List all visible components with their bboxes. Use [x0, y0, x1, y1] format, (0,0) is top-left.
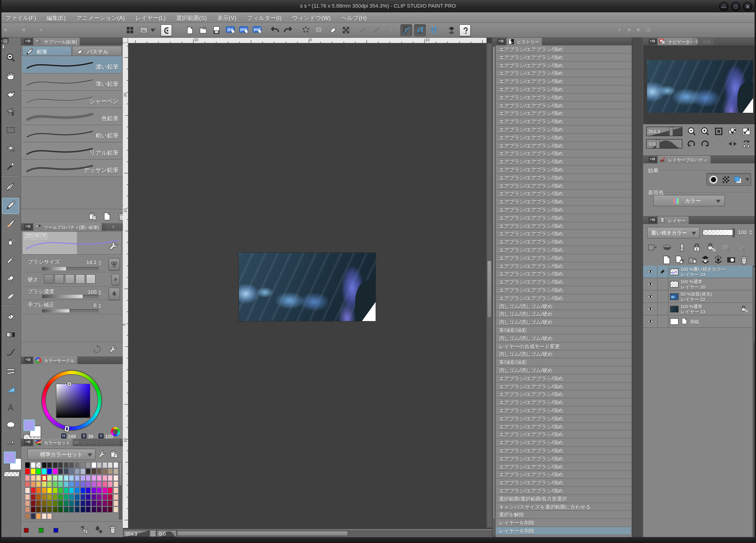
color-swatch[interactable]	[58, 507, 63, 513]
color-swatch[interactable]	[25, 462, 30, 468]
history-entry[interactable]: 消しゴム/消しゴム/硬め	[496, 350, 631, 359]
hardness-option[interactable]	[44, 274, 54, 284]
color-swatch[interactable]	[53, 475, 58, 481]
add-swatch-icon[interactable]	[79, 524, 89, 535]
sv-square[interactable]	[56, 384, 90, 418]
color-swatch[interactable]	[58, 488, 63, 494]
ruler-tool[interactable]	[2, 382, 19, 398]
snap-special-ruler-button[interactable]	[414, 24, 426, 36]
color-swatch[interactable]	[86, 481, 91, 487]
layer-row[interactable]: 50 %加算(発光)レイヤー 22	[643, 290, 753, 303]
ブラシサイズ-value[interactable]: 14.1	[80, 259, 97, 265]
color-swatch[interactable]	[108, 500, 113, 506]
eyedropper-tool[interactable]	[2, 159, 19, 175]
history-entry[interactable]: 消しゴム/消しゴム/硬め	[496, 310, 631, 318]
history-entry[interactable]: エアブラシ/エアブラシ/強め	[496, 70, 631, 78]
export-psd-button[interactable]: psd	[251, 24, 263, 36]
color-swatch[interactable]	[102, 481, 107, 487]
open-canvas-button[interactable]	[197, 24, 209, 36]
color-swatch[interactable]	[113, 462, 119, 468]
color-swatch[interactable]	[69, 468, 74, 475]
color-swatch[interactable]	[41, 494, 47, 500]
airbrush-tool[interactable]	[2, 234, 19, 250]
tab-info[interactable]: 情報	[692, 38, 714, 45]
tab-navigator[interactable]: ナビゲーター	[658, 38, 697, 45]
auto-select-tool[interactable]	[2, 141, 19, 157]
undo-button[interactable]	[269, 24, 281, 36]
history-entry[interactable]: エアブラシ/エアブラシ/強め	[496, 398, 631, 407]
navigator-viewport[interactable]	[643, 45, 756, 124]
color-swatch[interactable]	[47, 494, 52, 500]
menu-選択範囲(S)[interactable]: 選択範囲(S)	[171, 13, 212, 23]
color-swatch[interactable]	[47, 513, 52, 519]
hardness-option[interactable]	[65, 274, 75, 284]
blend-mode-select[interactable]: 覆い焼きカラー	[647, 227, 700, 238]
color-swatch[interactable]	[97, 481, 102, 487]
delete-color-icon[interactable]	[108, 524, 118, 535]
color-swatch[interactable]	[80, 488, 85, 494]
history-entry[interactable]: レイヤーを削除	[496, 527, 631, 535]
export-png-button[interactable]: png	[238, 24, 249, 36]
history-entry[interactable]: エアブラシ/エアブラシ/強め	[496, 126, 631, 134]
color-swatch[interactable]	[58, 475, 63, 481]
color-swatch[interactable]	[69, 462, 74, 468]
recent-color-swatch[interactable]	[39, 528, 43, 533]
zoom-in-button[interactable]	[700, 127, 710, 136]
history-entry[interactable]: エアブラシ/エアブラシ/強め	[496, 262, 631, 270]
手ブレ補正-value[interactable]: 6	[80, 302, 97, 308]
color-swatch[interactable]	[64, 468, 69, 475]
color-circle-mode-icon[interactable]	[111, 427, 120, 436]
layer-color-effect-icon[interactable]	[733, 175, 743, 184]
color-swatch[interactable]	[102, 488, 107, 494]
reset-all-icon[interactable]	[92, 344, 102, 354]
color-swatch[interactable]	[91, 462, 96, 468]
panel-menu-icon[interactable]	[24, 224, 32, 230]
color-swatch[interactable]	[58, 500, 63, 506]
color-swatch[interactable]	[97, 488, 102, 494]
new-canvas-button[interactable]	[184, 24, 195, 36]
menu-アニメーション(A)[interactable]: アニメーション(A)	[71, 13, 130, 23]
view-reset-button[interactable]	[742, 139, 751, 149]
layer-thumbnail[interactable]	[670, 306, 679, 312]
color-swatch[interactable]	[30, 500, 36, 506]
history-entry[interactable]: エアブラシ/エアブラシ/強め	[496, 238, 631, 246]
history-entry[interactable]: キャンバスサイズを選択範囲に合わせる	[496, 503, 631, 511]
history-entry[interactable]: エアブラシ/エアブラシ/強め	[496, 94, 631, 102]
grid-button[interactable]	[124, 24, 136, 36]
balloon-tool[interactable]	[2, 418, 19, 434]
color-swatch[interactable]	[75, 500, 80, 506]
history-entry[interactable]: 消しゴム/消しゴム/硬め	[496, 302, 631, 310]
color-swatch[interactable]	[80, 462, 85, 468]
history-entry[interactable]: エアブラシ/エアブラシ/強め	[496, 150, 631, 158]
history-entry[interactable]: エアブラシ/エアブラシ/強め	[496, 254, 631, 262]
minimize-button[interactable]: —	[719, 2, 728, 11]
tab-tool-property[interactable]: ツールプロパティ[濃い鉛筆]	[33, 223, 102, 231]
history-entry[interactable]: エアブラシ/エアブラシ/強め	[496, 222, 631, 230]
color-swatch[interactable]	[53, 462, 58, 468]
color-swatch[interactable]	[25, 494, 30, 500]
history-entry[interactable]: エアブラシ/エアブラシ/強め	[496, 487, 631, 495]
color-swatch[interactable]	[91, 488, 96, 494]
recent-color-swatch[interactable]	[24, 528, 29, 533]
color-swatch[interactable]	[64, 500, 69, 506]
snap-line-2-button[interactable]	[371, 24, 382, 36]
edit-color-set-icon[interactable]	[97, 450, 107, 459]
color-swatch[interactable]	[86, 475, 91, 481]
layer-mask-button[interactable]	[726, 255, 736, 265]
color-swatch[interactable]	[41, 488, 47, 494]
tab-color-history[interactable]: カラーヒストリー	[72, 439, 120, 446]
tab-subtool[interactable]: サブツール[鉛筆]	[33, 38, 80, 45]
color-swatch[interactable]	[86, 500, 91, 506]
color-swatch[interactable]	[30, 507, 36, 513]
color-swatch[interactable]	[102, 475, 107, 481]
tab-color-set[interactable]: カラーセット	[33, 439, 73, 446]
navigator-zoom-box[interactable]: 354.3	[646, 127, 682, 136]
color-swatch[interactable]	[58, 481, 63, 487]
hardness-option[interactable]	[86, 274, 96, 284]
menu-表示(V)[interactable]: 表示(V)	[212, 13, 242, 23]
history-entry[interactable]: エアブラシ/エアブラシ/強め	[496, 45, 631, 54]
history-entry[interactable]: エアブラシ/エアブラシ/強め	[496, 479, 631, 487]
new-vector-button[interactable]	[674, 255, 685, 265]
history-entry[interactable]: エアブラシ/エアブラシ/強め	[496, 382, 631, 391]
color-swatch[interactable]	[102, 507, 107, 513]
